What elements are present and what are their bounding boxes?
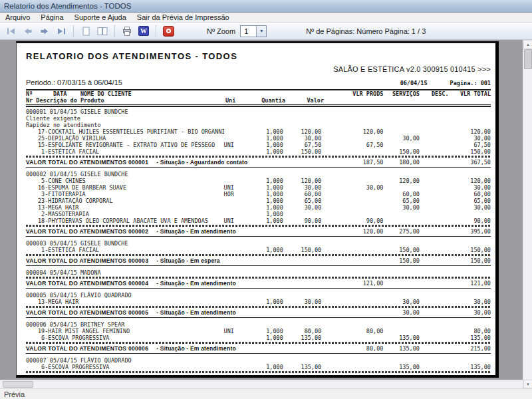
item-servicos: 65,00 [383,198,420,204]
item-vlr-prods [321,299,383,305]
item-vlr-total: 80,00 [449,328,491,334]
item-uni: UNI [224,328,251,334]
item-description: 3-FITOTERAPIA [26,191,224,198]
total-vlr-total: 367,50 [449,159,491,166]
item-desconto [420,334,449,341]
item-desconto [420,184,449,191]
menu-suporte-e-ajuda[interactable]: Suporte e Ajuda [69,13,132,22]
toolbar-separator [114,25,115,37]
section-note: Cliente exigente [26,115,225,122]
item-quantia: 1,000 [250,142,283,148]
scroll-down-icon[interactable]: ▼ [523,380,532,388]
item-row: 19-HAIR MIST ANGEL FEMININOUNI1,00080,00… [26,328,491,334]
total-vlr-prods: 187,50 [321,159,383,166]
item-vlr-total: 65,00 [449,198,491,204]
section-header-row: 000006 05/04/15 BRITNEY SPEAR [26,321,491,328]
horizontal-scrollbar[interactable] [0,380,523,388]
col-header-vlr-prods: VLR PRODS [321,90,383,97]
item-description: 17-COCKTAIL HUILES ESSENTIELLES PURIFIAN… [26,128,224,135]
last-page-icon [56,26,66,37]
zoom-label: Nº Zoom [207,27,235,35]
first-page-button[interactable] [4,25,19,38]
item-vlr-prods: 30,00 [321,184,383,191]
total-vlr-prods: 120,00 [321,228,383,235]
section-total-row: VALOR TOTAL DO ATENDIMENTOS 000007- Situ… [26,374,491,378]
section-note-row: Cliente exigente [26,115,491,122]
export-word-button[interactable]: W [136,25,151,38]
report-page: RELATORIO DOS ATENDIMENTOS - TODOS SALÃO… [16,41,499,378]
single-page-icon [80,26,91,37]
menu-pagina[interactable]: Página [35,13,68,22]
exit-preview-button[interactable] [161,25,176,38]
item-servicos: 135,00 [383,364,420,370]
item-quantia: 1,000 [250,191,283,198]
two-page-view-button[interactable] [95,25,110,38]
item-vlr-prods [321,364,383,370]
item-uni: UNI [224,217,251,224]
horizontal-scroll-thumb[interactable] [3,381,33,388]
item-row: 3-FITOTERAPIAHOR1,00060,0060,0060,00 [26,191,491,198]
next-page-icon [39,26,50,37]
dashed-separator [26,156,491,158]
section-total-row: VALOR TOTAL DO ATENDIMENTOS 000004- Situ… [26,279,491,289]
item-vlr-total: 67,50 [449,142,491,148]
item-desconto [420,211,449,217]
item-uni [224,178,251,184]
section-header-row: 000001 01/04/15 GISELE BUNDCHE [26,108,491,115]
section-header: 000004 05/04/15 MADONA [26,269,225,276]
last-page-button[interactable] [54,25,68,38]
item-valor: 120,00 [283,128,322,135]
dashed-separator [26,371,491,373]
prev-page-button[interactable] [21,25,35,38]
item-quantia: 1,000 [250,178,283,184]
total-servicos: 30,00 [383,309,420,316]
item-valor: 90,00 [283,217,322,224]
section-total-row: VALOR TOTAL DO ATENDIMENTOS 000001- Situ… [26,158,491,168]
status-text: Prévia [4,390,25,398]
column-header-row-2: Nr Descrição do Produto Uni Quantia Valo… [26,97,491,104]
item-servicos [383,142,420,148]
total-label-cell: VALOR TOTAL DO ATENDIMENTOS 000001- Situ… [26,159,321,166]
total-situacao: - Situação - Em atendimento [156,345,236,352]
item-quantia: 1,000 [250,334,283,341]
item-valor: 67,50 [283,142,322,148]
item-quantia: 1,000 [250,128,283,135]
scroll-up-icon[interactable]: ▲ [523,40,532,49]
menu-sair-da-previa[interactable]: Sair da Prévia de Impressão [132,13,235,22]
dashed-separator [26,342,491,344]
item-desconto [420,178,449,184]
vertical-scrollbar[interactable]: ▲ ▼ [523,40,532,388]
item-row: 6-ESCOVA PROGRESSIVA1,000135,00135,00135… [26,364,491,370]
menu-arquivo[interactable]: Arquivo [0,13,35,22]
print-button[interactable] [120,25,134,38]
item-vlr-total: 90,00 [449,217,491,224]
item-valor: 80,00 [283,328,322,334]
total-servicos: 135,00 [383,374,420,378]
item-servicos [383,328,420,334]
item-desconto [420,217,449,224]
item-desconto [420,148,449,155]
title-bar: Relatorio dos Atendimentos - TODOS [0,0,532,13]
total-label: VALOR TOTAL DO ATENDIMENTOS 000001 [26,159,148,166]
vertical-scroll-thumb[interactable] [524,49,532,69]
single-page-view-button[interactable] [78,25,93,38]
section-header: 000005 05/04/15 FLÁVIO QUADRADO [26,292,225,299]
total-vlr-total: 215,00 [449,345,491,352]
item-servicos [383,217,420,224]
item-uni [224,299,251,305]
item-desconto [420,328,449,334]
chevron-down-icon[interactable]: ▼ [256,26,266,37]
col-header-quantia: Quantia [252,97,285,104]
item-servicos: 150,00 [383,148,420,155]
total-servicos: 150,00 [383,257,420,264]
next-page-button[interactable] [37,25,52,38]
item-uni [224,334,251,341]
item-vlr-prods [321,204,383,211]
first-page-icon [6,26,17,37]
item-row: 25-DEPILAÇÃO VIRILHA1,00030,0030,0030,00 [26,135,491,142]
preview-area: RELATORIO DOS ATENDIMENTOS - TODOS SALÃO… [0,40,523,380]
zoom-dropdown[interactable]: 1 ▼ [240,25,267,37]
item-quantia: 1,000 [250,198,283,204]
item-vlr-total: 60,00 [449,191,491,198]
item-uni: UNI [224,184,251,191]
